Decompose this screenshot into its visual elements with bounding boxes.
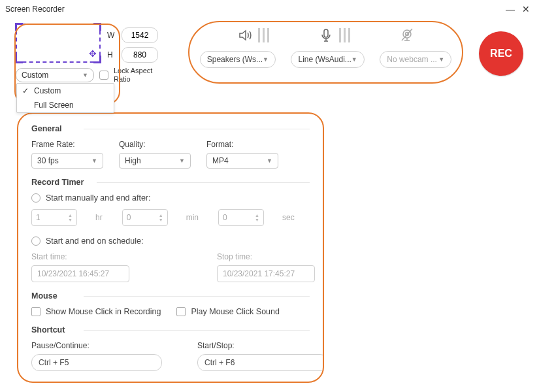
startstop-shortcut-input[interactable]: Ctrl + F6 [197, 354, 324, 371]
section-shortcut: Shortcut [31, 325, 310, 335]
section-mouse: Mouse [31, 291, 310, 301]
close-button[interactable]: ✕ [518, 4, 534, 14]
timer-min-input[interactable]: 0▲▼ [122, 209, 168, 226]
app-window: Screen Recorder — ✕ ✥ W H Custom ▼ [0, 0, 539, 392]
titlebar: Screen Recorder — ✕ [0, 0, 539, 18]
check-icon: ✓ [22, 86, 29, 95]
record-button[interactable]: REC [479, 31, 523, 76]
pause-shortcut-label: Pause/Continue: [31, 341, 162, 350]
start-time-input[interactable]: 10/23/2021 16:45:27 [31, 265, 129, 282]
timer-schedule-radio[interactable] [31, 237, 41, 246]
speaker-icon [236, 27, 269, 43]
webcam-select[interactable]: No webcam ...▼ [380, 51, 451, 68]
timer-hr-input[interactable]: 1▲▼ [31, 209, 77, 226]
svg-rect-0 [324, 29, 328, 37]
timer-schedule-label: Start and end on schedule: [46, 237, 143, 246]
section-general: General [31, 124, 310, 133]
window-title: Screen Recorder [5, 5, 502, 14]
move-icon: ✥ [89, 48, 97, 59]
format-select[interactable]: MP4▼ [206, 153, 278, 169]
show-mouse-click-checkbox[interactable] [31, 307, 41, 316]
framerate-label: Frame Rate: [31, 140, 103, 149]
chevron-down-icon: ▼ [438, 56, 444, 63]
preset-option-fullscreen[interactable]: Full Screen [17, 98, 114, 112]
play-mouse-sound-checkbox[interactable] [176, 307, 186, 316]
chevron-down-icon: ▼ [351, 56, 357, 63]
play-mouse-sound-label: Play Mouse Click Sound [191, 307, 279, 316]
section-timer: Record Timer [31, 178, 310, 187]
stop-time-input[interactable]: 10/23/2021 17:45:27 [217, 265, 315, 282]
framerate-select[interactable]: 30 fps▼ [31, 153, 103, 169]
show-mouse-click-label: Show Mouse Click in Recording [46, 307, 161, 316]
preset-option-custom[interactable]: ✓ Custom [17, 84, 114, 98]
devices-block: Speakers (Ws...▼ Line (WsAudi...▼ No web… [188, 24, 463, 72]
pause-shortcut-input[interactable]: Ctrl + F5 [31, 354, 162, 371]
width-input[interactable] [122, 27, 158, 43]
height-label: H [107, 50, 116, 59]
region-preset-dropdown: ✓ Custom Full Screen [16, 83, 114, 113]
region-preset-select[interactable]: Custom ▼ ✓ Custom Full Screen [16, 68, 94, 82]
capture-region-block: ✥ W H Custom ▼ ✓ Custom [16, 24, 172, 84]
webcam-off-icon [398, 27, 416, 43]
min-unit: min [186, 213, 199, 222]
hr-unit: hr [95, 213, 103, 222]
start-time-label: Start time: [31, 252, 129, 261]
mic-icon [317, 27, 350, 43]
minimize-button[interactable]: — [502, 4, 518, 14]
top-panel: ✥ W H Custom ▼ ✓ Custom [0, 18, 539, 103]
region-preview[interactable]: ✥ [16, 24, 101, 63]
quality-label: Quality: [119, 140, 191, 149]
timer-sec-input[interactable]: 0▲▼ [218, 209, 264, 226]
region-preset-value: Custom [22, 71, 48, 80]
width-label: W [107, 31, 116, 40]
chevron-down-icon: ▼ [267, 157, 272, 164]
startstop-shortcut-label: Start/Stop: [197, 341, 324, 350]
speaker-select[interactable]: Speakers (Ws...▼ [200, 51, 276, 68]
chevron-down-icon: ▼ [91, 157, 97, 164]
format-label: Format: [206, 140, 278, 149]
quality-select[interactable]: High▼ [119, 153, 191, 169]
chevron-down-icon: ▼ [82, 72, 88, 78]
stop-time-label: Stop time: [217, 252, 315, 261]
settings-panel: General Frame Rate: 30 fps▼ Quality: Hig… [17, 112, 324, 383]
timer-manual-radio[interactable] [31, 193, 41, 203]
lock-aspect-checkbox[interactable] [99, 71, 108, 80]
chevron-down-icon: ▼ [263, 56, 269, 63]
chevron-down-icon: ▼ [179, 157, 185, 164]
lock-aspect-label: Lock Aspect Ratio [114, 67, 153, 84]
sec-unit: sec [282, 213, 295, 222]
timer-manual-label: Start manually and end after: [46, 193, 151, 203]
height-input[interactable] [122, 47, 158, 63]
mic-select[interactable]: Line (WsAudi...▼ [291, 51, 364, 68]
